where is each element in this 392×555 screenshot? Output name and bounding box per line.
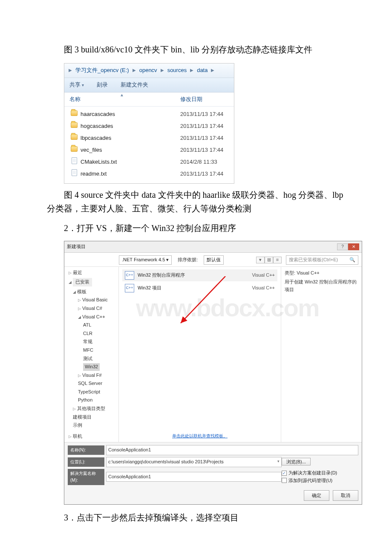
list-item[interactable]: CMakeLists.txt 2014/2/8 11:33	[70, 156, 230, 168]
checkbox-checked-icon: ✓	[282, 471, 287, 476]
template-lang: Visual C++	[249, 272, 275, 279]
add-scc-checkbox[interactable]: 添加到源代码管理(U)	[282, 477, 358, 485]
step2-text: 2．打开 VS，新建一个 Win32 控制台应用程序	[47, 221, 345, 235]
cancel-button[interactable]: 取消	[333, 490, 358, 501]
address-bar[interactable]: ▶ 学习文件_opencv (E:) ▶ opencv ▶ sources ▶ …	[64, 64, 234, 78]
checkbox-icon	[282, 478, 287, 483]
step3-text: 3．点击下一步然后去掉预编译头，选择空项目	[47, 511, 345, 524]
sort-asc-icon: ▲	[120, 92, 124, 98]
sort-value: 默认值	[207, 257, 221, 262]
tree-installed[interactable]: 已安装	[73, 278, 92, 286]
tree-cpp-test[interactable]: 测试	[83, 356, 92, 361]
search-input[interactable]: 搜索已安装模板(Ctrl+E) 🔍	[286, 255, 358, 265]
item-date: 2013/11/13 17:44	[180, 134, 223, 143]
solution-name-label: 解决方案名称(M):	[68, 469, 104, 485]
item-date: 2013/11/13 17:44	[180, 146, 223, 155]
item-date: 2013/11/13 17:44	[180, 122, 223, 131]
name-field[interactable]: ConsoleApplication1	[106, 445, 358, 455]
filter-bar: .NET Framework 4.5 ▾ 排序依据: 默认值 ▾ ⊞ ≡ 搜索已…	[64, 253, 362, 267]
close-button[interactable]: ✕	[348, 243, 359, 250]
online-templates-link[interactable]: 单击此处以联机并查找模板。	[172, 433, 228, 439]
template-name: Win32 控制台应用程序	[138, 272, 246, 279]
description-panel: 类型: Visual C++ 用于创建 Win32 控制台应用程序的项目	[281, 267, 362, 442]
win32-project-icon: C++	[125, 284, 134, 292]
tree-cpp-clr[interactable]: CLR	[83, 331, 92, 336]
tree-other[interactable]: 其他项目类型	[77, 406, 105, 411]
item-date: 2013/11/13 17:44	[180, 170, 223, 179]
addr-seg-0[interactable]: 学习文件_opencv (E:)	[75, 66, 129, 75]
tree-cpp[interactable]: Visual C++	[82, 314, 105, 319]
list-item[interactable]: vec_files 2013/11/13 17:44	[70, 144, 230, 156]
folder-icon	[70, 146, 78, 155]
item-name: readme.txt	[81, 170, 180, 179]
tree-ts[interactable]: TypeScript	[78, 389, 100, 394]
fig4-caption: 图 4 source 文件夹中 data 文件夹中的 haarlike 级联分类…	[47, 188, 345, 215]
tree-sql[interactable]: SQL Server	[78, 381, 102, 386]
item-date: 2013/11/13 17:44	[180, 110, 223, 119]
item-name: hogcascades	[81, 122, 180, 131]
dialog-titlebar[interactable]: 新建项目 ? ✕	[64, 241, 362, 253]
tree-recent[interactable]: 最近	[73, 270, 82, 275]
view-list-icon[interactable]: ≡	[273, 257, 282, 263]
template-item-console[interactable]: C++ Win32 控制台应用程序 Visual C++	[122, 269, 277, 281]
item-name: lbpcascades	[81, 134, 180, 143]
search-placeholder: 搜索已安装模板(Ctrl+E)	[289, 256, 338, 264]
item-name: vec_files	[81, 146, 180, 155]
addr-seg-2[interactable]: sources	[167, 66, 187, 75]
new-folder-button[interactable]: 新建文件夹	[121, 81, 148, 90]
template-lang: Visual C++	[249, 284, 275, 292]
addr-seg-1[interactable]: opencv	[139, 66, 157, 75]
tree-cpp-atl[interactable]: ATL	[83, 322, 91, 327]
column-headers[interactable]: ▲ 名称 修改日期	[64, 92, 234, 107]
new-project-dialog: 新建项目 ? ✕ .NET Framework 4.5 ▾ 排序依据: 默认值 …	[64, 241, 362, 505]
chevron-right-icon: ▶	[211, 67, 214, 74]
location-label: 位置(L):	[68, 457, 104, 467]
create-dir-label: 为解决方案创建目录(D)	[288, 469, 337, 477]
solution-name-field[interactable]: ConsoleApplication1	[106, 472, 282, 482]
tree-fs[interactable]: Visual F#	[82, 373, 102, 378]
type-label: 类型:	[285, 270, 295, 275]
template-item-win32[interactable]: C++ Win32 项目 Visual C++	[122, 282, 277, 294]
col-modified[interactable]: 修改日期	[180, 95, 202, 104]
item-name: CMakeLists.txt	[81, 158, 180, 167]
view-small-icon[interactable]: ▾	[256, 257, 265, 263]
list-item[interactable]: haarcascades 2013/11/13 17:44	[70, 108, 230, 120]
create-dir-checkbox[interactable]: ✓ 为解决方案创建目录(D)	[282, 469, 358, 477]
template-tree[interactable]: ▷最近 ◢已安装 ◢模板 ▷Visual Basic ▷Visual C# ◢V…	[64, 267, 119, 442]
ok-button[interactable]: 确定	[304, 490, 329, 501]
addr-seg-3[interactable]: data	[197, 66, 208, 75]
help-button[interactable]: ?	[337, 243, 348, 250]
tree-cpp-mfc[interactable]: MFC	[83, 347, 93, 353]
col-name[interactable]: 名称	[69, 95, 180, 104]
sort-select[interactable]: 默认值	[204, 255, 224, 265]
chevron-right-icon: ▶	[190, 67, 193, 74]
folder-icon	[70, 110, 78, 119]
chevron-right-icon: ▶	[161, 67, 164, 74]
tree-cs[interactable]: Visual C#	[82, 306, 102, 311]
file-icon	[70, 157, 78, 167]
browse-button[interactable]: 浏览(B)...	[282, 458, 311, 465]
list-item[interactable]: lbpcascades 2013/11/13 17:44	[70, 132, 230, 144]
file-list: haarcascades 2013/11/13 17:44 hogcascade…	[64, 107, 234, 183]
burn-button[interactable]: 刻录	[97, 81, 108, 90]
tree-templates[interactable]: 模板	[77, 289, 86, 294]
list-item[interactable]: hogcascades 2013/11/13 17:44	[70, 120, 230, 132]
tree-samples[interactable]: 示例	[73, 422, 82, 428]
framework-value: .NET Framework 4.5	[122, 257, 165, 262]
type-value: Visual C++	[297, 270, 320, 275]
tree-cpp-general[interactable]: 常规	[83, 339, 92, 344]
file-icon	[70, 169, 78, 179]
tree-online[interactable]: 联机	[73, 434, 82, 439]
share-button[interactable]: 共享	[69, 81, 84, 90]
console-app-icon: C++	[125, 271, 134, 280]
location-field[interactable]: c:\users\xianggq\documents\visual studio…	[106, 457, 282, 467]
list-item[interactable]: readme.txt 2013/11/13 17:44	[70, 168, 230, 180]
tree-vb[interactable]: Visual Basic	[82, 297, 108, 302]
tree-cpp-win32[interactable]: Win32	[83, 363, 100, 371]
view-medium-icon[interactable]: ⊞	[265, 257, 273, 263]
tree-modeling[interactable]: 建模项目	[73, 414, 92, 419]
tree-py[interactable]: Python	[78, 397, 92, 402]
chevron-right-icon: ▶	[69, 67, 72, 74]
type-description: 用于创建 Win32 控制台应用程序的项目	[285, 278, 358, 293]
framework-select[interactable]: .NET Framework 4.5 ▾	[119, 255, 172, 265]
